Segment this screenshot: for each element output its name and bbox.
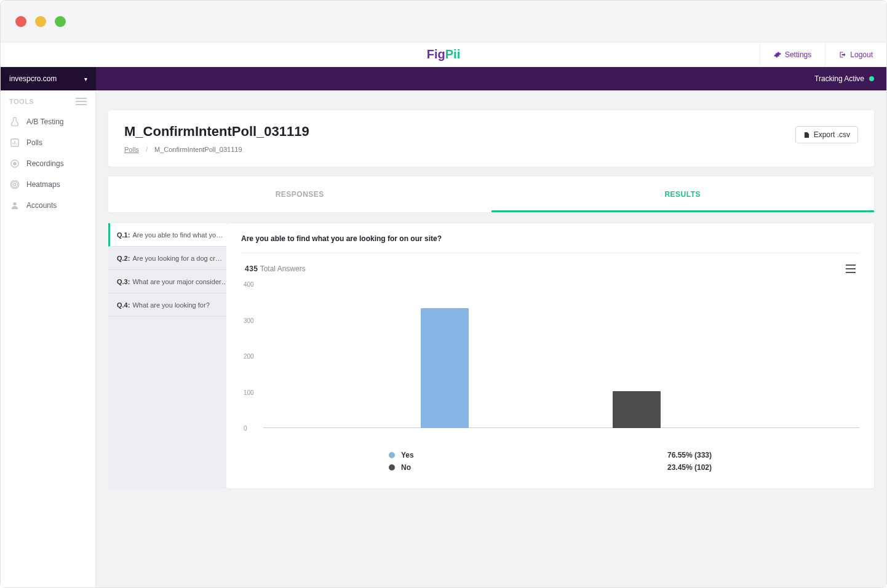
svg-point-4 — [12, 181, 17, 187]
main: M_ConfirmIntentPoll_031119 Polls / M_Con… — [96, 90, 886, 587]
sidebar-item-recordings[interactable]: Recordings — [1, 153, 95, 174]
poll-icon — [9, 137, 20, 148]
traffic-lights — [15, 16, 66, 27]
export-label: Export .csv — [814, 130, 850, 139]
sidebar-title: TOOLS — [9, 98, 34, 105]
legend-swatch-icon — [389, 464, 395, 471]
top-right-links: Settings Logout — [760, 42, 886, 66]
sidebar-item-accounts[interactable]: Accounts — [1, 195, 95, 216]
record-icon — [9, 158, 20, 169]
question-item-4[interactable]: Q.4: What are you looking for? — [108, 293, 226, 317]
y-tick-label: 300 — [244, 317, 254, 324]
breadcrumb-current: M_ConfirmIntentPoll_031119 — [154, 146, 242, 153]
top-bar: FigPii Settings Logout — [1, 42, 886, 67]
tracking-status: Tracking Active — [802, 74, 886, 83]
chart-legend: Yes 76.55% (333) No 23.45% (102) — [241, 449, 859, 474]
logo[interactable]: FigPii — [427, 47, 460, 62]
y-tick-label: 400 — [244, 281, 254, 288]
question-label: Are you looking for a dog cr… — [132, 255, 222, 262]
gear-icon — [774, 51, 781, 58]
tab-responses[interactable]: RESPONSES — [108, 177, 491, 212]
question-num: Q.3: — [117, 278, 130, 285]
chart-header: 435 Total Answers — [241, 264, 859, 278]
svg-point-3 — [14, 183, 16, 186]
sidebar-item-label: Accounts — [26, 201, 57, 210]
export-csv-button[interactable]: Export .csv — [795, 126, 858, 143]
page-title: M_ConfirmIntentPoll_031119 — [124, 124, 309, 140]
legend-row-yes: Yes 76.55% (333) — [241, 449, 859, 461]
sidebar-item-heatmaps[interactable]: Heatmaps — [1, 174, 95, 195]
tab-results[interactable]: RESULTS — [491, 177, 875, 212]
heatmap-icon — [9, 179, 20, 190]
sidebar-item-ab-testing[interactable]: A/B Testing — [1, 111, 95, 132]
sidebar-header: TOOLS — [1, 90, 95, 111]
chart-area: 0100200300400 — [250, 278, 859, 438]
window-maximize-icon[interactable] — [55, 16, 66, 27]
x-axis-line — [263, 427, 859, 428]
site-name: invespcro.com — [9, 74, 57, 83]
body: TOOLS A/B Testing Polls Recordings Heatm… — [1, 90, 886, 587]
content-row: Q.1: Are you able to find what yo… Q.2: … — [108, 223, 874, 488]
file-icon — [803, 131, 810, 139]
y-tick-label: 200 — [244, 353, 254, 360]
sidebar-item-label: A/B Testing — [26, 117, 63, 126]
legend-value: 23.45% (102) — [667, 463, 712, 472]
site-bar: invespcro.com ▾ Tracking Active — [1, 67, 886, 90]
svg-point-6 — [13, 202, 16, 205]
chart-card: Are you able to find what you are lookin… — [226, 223, 874, 488]
question-list: Q.1: Are you able to find what yo… Q.2: … — [108, 223, 226, 488]
sidebar-item-label: Heatmaps — [26, 180, 60, 189]
question-num: Q.1: — [117, 231, 130, 239]
window-close-icon[interactable] — [15, 16, 26, 27]
logout-icon — [839, 51, 846, 58]
question-item-3[interactable]: Q.3: What are your major consider… — [108, 270, 226, 293]
status-dot-icon — [869, 76, 874, 81]
sidebar: TOOLS A/B Testing Polls Recordings Heatm… — [1, 90, 96, 587]
total-answers-label: Total Answers — [260, 264, 306, 273]
legend-swatch-icon — [389, 452, 395, 458]
svg-point-2 — [14, 162, 16, 165]
site-select-dropdown[interactable]: invespcro.com ▾ — [1, 67, 96, 90]
breadcrumb: Polls / M_ConfirmIntentPoll_031119 — [124, 146, 309, 153]
logout-label: Logout — [850, 50, 873, 59]
chart-menu-icon[interactable] — [846, 264, 856, 273]
window-chrome — [1, 1, 886, 42]
bar-yes — [421, 308, 469, 428]
question-list-filler — [108, 317, 226, 488]
bar-no — [613, 391, 661, 428]
divider — [241, 253, 859, 253]
user-icon — [9, 200, 20, 211]
tracking-label: Tracking Active — [814, 74, 864, 83]
sidebar-item-label: Polls — [26, 138, 42, 147]
chevron-down-icon: ▾ — [84, 76, 87, 82]
tabs: RESPONSES RESULTS — [108, 177, 874, 212]
question-label: Are you able to find what yo… — [132, 231, 223, 239]
question-item-1[interactable]: Q.1: Are you able to find what yo… — [108, 223, 226, 247]
y-tick-label: 0 — [244, 425, 247, 432]
flask-icon — [9, 116, 20, 127]
question-label: What are your major consider… — [132, 278, 226, 285]
window-minimize-icon[interactable] — [35, 16, 46, 27]
page-header-card: M_ConfirmIntentPoll_031119 Polls / M_Con… — [108, 110, 874, 167]
legend-label: Yes — [401, 451, 414, 459]
question-label: What are you looking for? — [132, 301, 209, 309]
question-num: Q.4: — [117, 301, 130, 309]
legend-label: No — [401, 463, 411, 472]
question-num: Q.2: — [117, 255, 130, 262]
hamburger-icon[interactable] — [76, 98, 87, 105]
total-answers-count: 435 — [245, 264, 258, 273]
legend-value: 76.55% (333) — [667, 451, 712, 459]
logout-link[interactable]: Logout — [825, 42, 886, 66]
browser-window: FigPii Settings Logout invespcro.com ▾ T… — [0, 0, 887, 588]
y-tick-label: 100 — [244, 389, 254, 395]
settings-link[interactable]: Settings — [760, 42, 825, 66]
settings-label: Settings — [785, 50, 811, 59]
total-answers: 435 Total Answers — [245, 264, 306, 273]
sidebar-item-polls[interactable]: Polls — [1, 132, 95, 153]
breadcrumb-sep: / — [146, 146, 148, 153]
question-title: Are you able to find what you are lookin… — [241, 234, 859, 253]
sidebar-item-label: Recordings — [26, 159, 64, 168]
legend-row-no: No 23.45% (102) — [241, 461, 859, 474]
breadcrumb-root[interactable]: Polls — [124, 146, 139, 153]
question-item-2[interactable]: Q.2: Are you looking for a dog cr… — [108, 247, 226, 270]
